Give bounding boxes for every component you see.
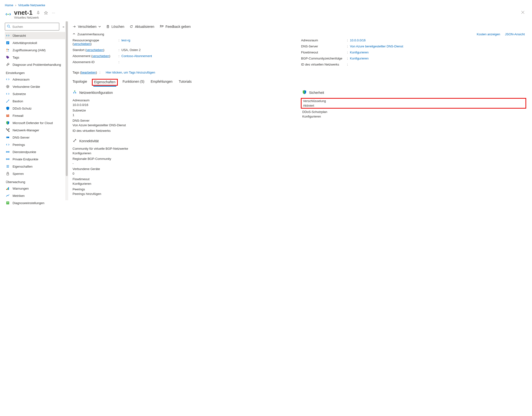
conn-flow-value[interactable]: Konfigurieren [73,182,91,185]
svg-point-12 [7,86,9,87]
tab-properties[interactable]: Eigenschaften [93,78,116,87]
conn-peer-value[interactable]: Peerings hinzufügen [73,192,101,196]
sidebar-item-peerings[interactable]: Peerings [5,141,65,148]
sub-value[interactable]: Contoso-Abonnement [121,54,152,58]
svg-rect-28 [7,174,9,175]
vnet-resource-icon [5,11,12,18]
svg-rect-16 [7,115,8,115]
refresh-button[interactable]: Aktualisieren [130,25,154,29]
essentials-panel: Zusammenfassung Kosten anzeigen JSON-Ans… [68,31,525,74]
show-cost-link[interactable]: Kosten anzeigen [477,32,500,36]
svg-rect-22 [6,137,9,138]
sidebar-item-locks[interactable]: Sperren [5,170,65,177]
lock-icon [6,172,10,176]
pin-icon[interactable] [36,11,40,15]
tab-tutorials[interactable]: Tutorials [179,78,191,87]
flow-value[interactable]: Konfigurieren [350,50,369,54]
move-button[interactable]: Verschieben [73,25,101,29]
dns-icon [6,135,10,139]
search-input-wrap[interactable] [5,23,59,30]
bgp-value[interactable]: Konfigurieren [350,57,369,60]
sidebar-item-ddos[interactable]: DDoS-Schutz [5,105,65,112]
scrollbar-track[interactable] [65,21,68,200]
sidebar-item-label: Microsoft Defender for Cloud [13,121,53,125]
sidebar-item-label: Adressraum [13,78,29,81]
svg-point-10 [8,49,9,50]
sidebar-item-label: Subnetze [13,92,26,96]
svg-point-11 [7,56,7,57]
delete-button[interactable]: Löschen [106,25,124,29]
sec-ddos-value[interactable]: Konfigurieren [302,115,321,118]
security-title: Sicherheit [309,91,324,95]
loc-label: Standort (verschieben) [73,48,118,52]
sidebar-item-label: Eigenschaften [13,165,32,168]
sidebar-item-diagnostic-settings[interactable]: Diagnoseeinstellungen [5,199,65,207]
sidebar-item-properties[interactable]: Eigenschaften [5,163,65,170]
sidebar-item-diagnose[interactable]: Diagnose und Problembehandlung [5,61,65,68]
loc-move-link[interactable]: verschieben [86,48,103,52]
close-icon[interactable] [518,9,527,17]
sidebar-item-label: Bastion [13,99,23,103]
netconf-addr-label: Adressraum [73,98,295,102]
netconf-dns-value[interactable]: Von Azure bereitgestellter DNS-Dienst [73,123,126,127]
activity-log-icon [6,41,10,45]
netconf-subnets-value[interactable]: 1 [73,113,74,117]
sidebar-collapse-icon[interactable]: « [62,25,65,29]
tab-capabilities[interactable]: Funktionen (5) [123,78,144,87]
tags-add-link[interactable]: Hier klicken, um Tags hinzuzufügen [106,71,155,74]
chevron-up-icon[interactable] [73,32,76,36]
sidebar-item-network-manager[interactable]: Netzwerk-Manager [5,126,65,134]
sidebar-item-dns[interactable]: DNS-Server [5,134,65,141]
tags-edit-link[interactable]: bearbeiten [81,71,96,74]
svg-point-0 [7,14,8,15]
star-icon[interactable] [44,11,48,15]
vnet-icon [6,34,10,38]
dns-value[interactable]: Von Azure bereitgestellter DNS-Dienst [350,45,403,48]
search-input[interactable] [12,25,57,29]
more-icon[interactable]: ··· [51,11,56,15]
svg-rect-27 [8,159,9,160]
connectivity-icon [73,138,77,144]
sidebar-item-activity-log[interactable]: Aktivitätsprotokoll [5,39,65,47]
sidebar-item-address-space[interactable]: Adressraum [5,76,65,83]
svg-rect-8 [7,44,8,44]
sidebar-item-label: Private Endpunkte [13,157,38,161]
wrench-icon [6,63,10,67]
rg-move-link[interactable]: verschieben [74,42,90,46]
sidebar-item-label: Zugriffssteuerung (IAM) [13,48,46,52]
rg-value[interactable]: test-rg [121,39,130,46]
sub-move-link[interactable]: verschieben [92,54,109,58]
sidebar-item-tags[interactable]: Tags [5,54,65,61]
properties-icon [6,164,10,168]
sidebar-item-defender[interactable]: Microsoft Defender for Cloud [5,119,65,126]
breadcrumb-home[interactable]: Home [5,3,13,7]
sidebar-item-firewall[interactable]: Firewall [5,112,65,119]
netconf-addr-value[interactable]: 10.0.0.0/16 [73,103,88,107]
address-space-icon [6,77,10,81]
subid-label: Abonnement-ID [73,60,118,64]
json-view-link[interactable]: JSON-Ansicht [505,32,525,36]
sidebar-item-label: Sperren [13,172,24,176]
addr-value[interactable]: 10.0.0.0/16 [350,39,366,42]
endpoints-icon [6,150,10,154]
sidebar-item-connected-devices[interactable]: Verbundene Geräte [5,83,65,90]
sec-enc-value[interactable]: Aktiviert [303,104,314,107]
sidebar-item-bastion[interactable]: Bastion [5,97,65,105]
sidebar-item-metrics[interactable]: Metriken [5,192,65,199]
conn-bgp-value[interactable]: Konfigurieren [73,151,91,155]
sidebar-item-alerts[interactable]: Warnungen [5,185,65,192]
conn-devices-value[interactable]: 0 [73,172,74,175]
breadcrumb-vnets[interactable]: Virtuelle Netzwerke [18,3,45,7]
private-endpoints-icon [6,157,10,161]
iam-icon [6,48,10,52]
tab-recommendations[interactable]: Empfehlungen [151,78,172,87]
sidebar-item-private-endpoints[interactable]: Private Endpunkte [5,155,65,163]
sidebar-item-subnets[interactable]: Subnetze [5,90,65,97]
sidebar: « Übersicht Aktivitätsprotokoll Zugriffs… [0,21,65,211]
sidebar-item-overview[interactable]: Übersicht [5,32,65,39]
sidebar-item-iam[interactable]: Zugriffssteuerung (IAM) [5,47,65,54]
tab-topology[interactable]: Topologie [73,78,87,87]
sidebar-item-endpoints[interactable]: Dienstendpunkte [5,148,65,155]
feedback-button[interactable]: Feedback geben [160,25,190,29]
scrollbar-thumb[interactable] [66,21,68,176]
